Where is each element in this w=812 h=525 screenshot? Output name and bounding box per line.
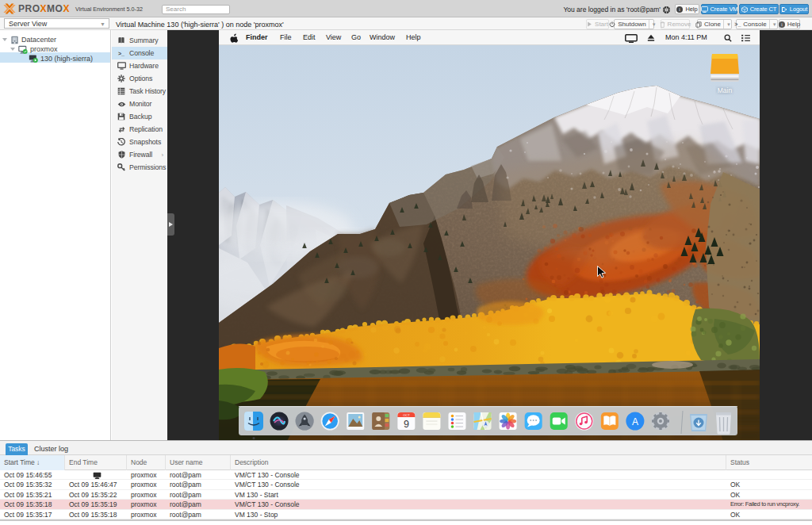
svg-text:Main: Main bbox=[718, 86, 733, 94]
svg-text:OCT: OCT bbox=[403, 413, 410, 417]
svg-text:A: A bbox=[632, 416, 638, 427]
svg-text:9: 9 bbox=[404, 419, 409, 430]
